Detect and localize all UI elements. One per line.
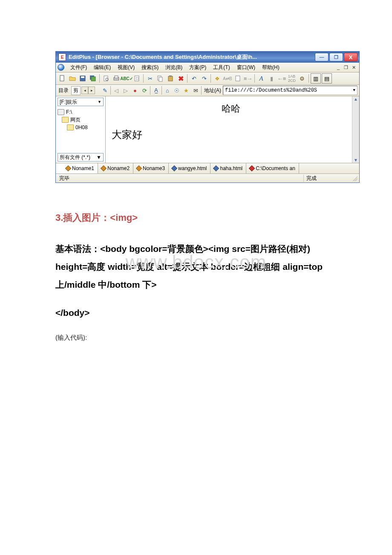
refresh-icon[interactable]: ⟳ [140,86,149,95]
section-heading: 3.插入图片：<img> [55,208,337,227]
status-bar: 完毕 完成 [56,174,359,182]
redo-icon[interactable]: ↷ [199,74,209,83]
menubar: 文件(F) 编辑(E) 视图(V) 搜索(S) 浏览(B) 方案(P) 工具(T… [56,63,359,72]
favorites-icon[interactable]: ★ [182,86,191,95]
new-file-icon[interactable] [58,74,67,83]
save-all-icon[interactable] [88,74,98,83]
folder-icon [59,166,64,171]
font-icon[interactable]: A [257,74,266,83]
tab-noname3[interactable]: Noname3 [133,163,169,173]
tab-documents[interactable]: C:\Documents an [246,163,299,173]
tab-noname2[interactable]: Noname2 [98,163,133,173]
home-icon[interactable]: ⌂ [163,86,172,95]
brush-icon[interactable]: ❖ [213,74,222,83]
forward-icon[interactable]: ▷ [121,86,130,95]
scroll-down-icon[interactable]: ▼ [354,158,358,162]
paste-icon[interactable] [166,74,175,83]
svg-rect-4 [91,77,95,81]
undo-icon[interactable]: ↶ [189,74,199,83]
copy-icon[interactable] [156,74,165,83]
delete-icon[interactable]: ✖ [176,74,185,83]
main-toolbar: ABC✓ 日 ✂ ✖ ↶ ↷ ❖ A⇄B ≡→ A ▮ ←≡ 1AB2CD ⚙ … [56,72,359,85]
tab-noname1[interactable]: Noname1 [56,163,98,173]
maximize-button[interactable]: ❐ [329,53,343,61]
drive-dropdown-icon[interactable]: ▼ [98,100,101,104]
svg-rect-13 [168,76,173,81]
input-code-label: (输入代码): [55,331,337,344]
close-button[interactable]: X [344,53,357,61]
tab-wangye[interactable]: wangye.html [169,163,210,173]
tree-folder-1[interactable]: 网页 [58,116,104,124]
drive-select[interactable]: [F:]娱乐 ▼ [58,98,104,106]
svg-rect-2 [81,76,84,78]
search-web-icon[interactable]: ☉ [172,86,182,95]
folder-tree: F:\ 网页 0H08 [56,107,105,152]
menu-help[interactable]: 帮助(H) [259,63,283,72]
settings-icon[interactable]: ⚙ [297,74,307,83]
panel2-icon[interactable]: ▤ [322,73,332,84]
pencil-icon[interactable]: ✎ [100,86,110,95]
menu-search[interactable]: 搜索(S) [138,63,162,72]
drive-value: [F:]娱乐 [60,98,77,106]
tab-haha[interactable]: haha.html [210,163,246,173]
toggle-icon[interactable] [58,64,64,71]
spellcheck-icon[interactable]: ABC✓ [122,74,131,83]
list-num-icon[interactable]: 1AB2CD [287,74,297,83]
tree-root[interactable]: F:\ [58,108,104,116]
cut-icon[interactable]: ✂ [145,74,155,83]
scrollbar[interactable]: ▲ ▼ [352,96,359,163]
font-size-icon[interactable]: A̲ [151,86,161,95]
back-icon[interactable]: ◁ [112,86,121,95]
replace-icon[interactable]: A⇄B [223,74,232,83]
menu-file[interactable]: 文件(F) [67,63,90,72]
svg-text:日: 日 [135,77,139,81]
window-title: EditPlus - [Browser - C:\Documents and S… [69,53,315,61]
editplus-window: E EditPlus - [Browser - C:\Documents and… [55,51,360,183]
address-dropdown-icon[interactable]: ▼ [353,88,355,92]
save-icon[interactable] [78,74,87,83]
template-icon[interactable]: 日 [132,74,141,83]
diamond-icon [249,165,255,171]
open-file-icon[interactable] [68,74,77,83]
clip-label[interactable]: 剪 [71,86,81,95]
indent-icon[interactable]: ≡→ [243,74,253,83]
status-right: 完成 [306,175,317,182]
menu-view[interactable]: 视图(V) [114,63,138,72]
titlebar[interactable]: E EditPlus - [Browser - C:\Documents and… [56,52,359,63]
outdent-icon[interactable]: ←≡ [277,74,286,83]
file-filter-select[interactable]: 所有文件 (*.*) ▼ [58,153,104,162]
stop-browser-icon[interactable]: ● [130,86,140,95]
menu-tools[interactable]: 工具(T) [210,63,233,72]
drive-icon [58,109,64,115]
address-input[interactable]: file:///C:/Documents%20and%20S ▼ [223,86,357,95]
browser-toolbar: 目录 剪 ◂ ▸ ✎ ◁ ▷ ● ⟳ A̲ ⌂ ☉ ★ ✉ 地址(A) file… [56,85,359,96]
menu-edit[interactable]: 编辑(E) [90,63,114,72]
print-preview-icon[interactable] [101,74,111,83]
resize-grip-icon[interactable] [352,175,357,181]
diamond-icon [136,165,142,171]
svg-rect-0 [60,75,64,81]
tree-folder-2[interactable]: 0H08 [58,124,104,131]
mail-icon[interactable]: ✉ [191,86,200,95]
print-icon[interactable] [112,74,121,83]
highlight-icon[interactable]: ▮ [267,74,276,83]
mdi-close-icon[interactable]: ✕ [351,64,357,70]
clip-prev-icon[interactable]: ◂ [81,87,88,94]
panel1-icon[interactable]: ▥ [311,73,321,84]
clip-next-icon[interactable]: ▸ [88,87,95,94]
filter-dropdown-icon[interactable]: ▼ [96,154,101,160]
menu-plan[interactable]: 方案(P) [186,63,210,72]
minimize-button[interactable]: — [315,53,329,61]
svg-rect-8 [115,76,118,78]
syntax-block: 基本语法：<body bgcolor=背景颜色><img src=图片路径(相对… [55,240,337,294]
diamond-icon [101,165,107,171]
diamond-icon [213,165,219,171]
address-label: 地址(A) [204,87,221,94]
clipboard-icon[interactable] [233,74,242,83]
menu-window[interactable]: 窗口(W) [233,63,259,72]
scroll-up-icon[interactable]: ▲ [354,97,358,101]
mdi-minimize-icon[interactable]: _ [335,64,341,70]
mdi-restore-icon[interactable]: ❐ [343,64,349,70]
app-icon: E [58,53,66,61]
menu-browse[interactable]: 浏览(B) [162,63,186,72]
